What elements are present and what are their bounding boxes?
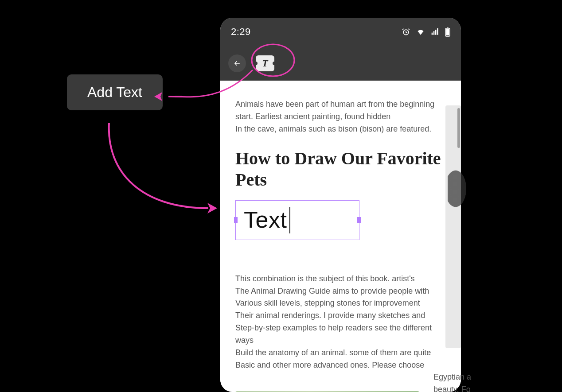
status-icons (402, 27, 450, 37)
resize-handle-right[interactable] (357, 217, 361, 223)
peek-line: beauty. Fo (433, 384, 522, 392)
next-page-peek (445, 105, 461, 348)
svg-rect-4 (437, 28, 438, 35)
add-text-tooltip: Add Text (67, 74, 163, 110)
signal-icon (431, 27, 440, 36)
document-heading: How to Draw Our Favorite Pets (235, 148, 446, 190)
peek-line: Egyptian a (433, 371, 522, 384)
arrow-left-icon (233, 59, 241, 67)
peek-illustration (448, 167, 474, 221)
status-time: 2:29 (231, 26, 251, 38)
svg-rect-2 (433, 31, 435, 35)
text-box-value[interactable]: Text (244, 202, 287, 238)
para2-line: Their animal renderings. I provide many … (235, 310, 446, 322)
annotation-arrow-2 (109, 123, 208, 208)
para2-line: This combination is the subject of this … (235, 273, 446, 285)
svg-rect-1 (432, 33, 433, 35)
svg-rect-3 (435, 30, 437, 35)
scrollbar-thumb[interactable] (457, 108, 460, 148)
wifi-icon (416, 27, 425, 36)
svg-rect-6 (447, 27, 449, 28)
status-bar: 2:29 (220, 18, 461, 46)
peek-text: Egyptian a beauty. Fo (433, 371, 522, 392)
para2-line: Various skill levels, stepping stones fo… (235, 297, 446, 310)
alarm-icon (402, 27, 410, 36)
para2-line: Basic and other more advanced ones. Plea… (235, 359, 446, 372)
battery-icon (445, 27, 450, 37)
para1-line: Animals have been part of human art from… (235, 98, 446, 111)
annotation-arrowhead-2 (207, 203, 217, 213)
text-tool-icon: T (262, 58, 268, 69)
add-text-button[interactable]: T (256, 55, 274, 71)
resize-handle-left[interactable] (234, 217, 238, 223)
para1-line: start. Earliest ancient painting, found … (235, 111, 446, 123)
document-canvas[interactable]: Animals have been part of human art from… (220, 81, 461, 392)
text-cursor (289, 207, 290, 233)
add-text-tooltip-label: Add Text (87, 84, 142, 100)
para2-line: Step-by-step examples to help readers se… (235, 322, 446, 347)
para2-line: Build the anatomy of an animal. some of … (235, 347, 446, 359)
paragraph-1: Animals have been part of human art from… (235, 98, 446, 136)
para1-line: In the cave, animals such as bison (biso… (235, 123, 446, 136)
svg-rect-7 (446, 29, 449, 35)
paragraph-2: This combination is the subject of this … (235, 273, 446, 372)
phone-mockup: 2:29 T Animals have been part of human a (220, 18, 461, 392)
back-button[interactable] (228, 54, 246, 72)
inserted-text-box[interactable]: Text (235, 200, 359, 240)
app-toolbar: T (220, 46, 461, 81)
para2-line: The Animal Drawing Guide aims to provide… (235, 285, 446, 298)
